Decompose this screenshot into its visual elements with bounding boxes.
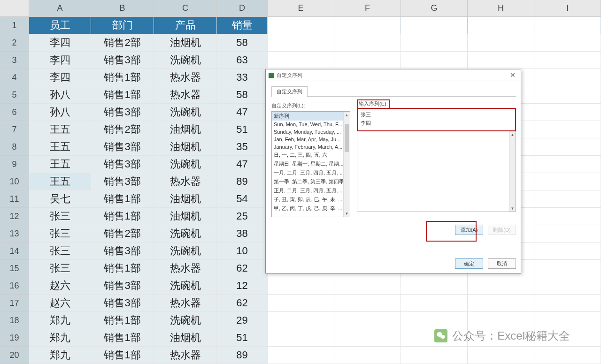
list-item[interactable]: 新序列 (272, 112, 343, 121)
col-header-H[interactable]: H (468, 0, 534, 17)
cell[interactable]: 热水器 (154, 86, 217, 104)
cell[interactable]: 李四 (29, 34, 91, 52)
cell[interactable]: 10 (217, 243, 268, 260)
dialog-titlebar[interactable]: 自定义序列 ✕ (266, 69, 521, 81)
cell[interactable]: 62 (217, 295, 268, 312)
cell[interactable]: 油烟机 (154, 190, 217, 208)
cell-empty[interactable] (334, 34, 401, 52)
ok-button[interactable]: 确定 (455, 258, 483, 269)
cell[interactable]: 销售3部 (91, 138, 154, 156)
scroll-down-icon[interactable]: ▼ (344, 210, 350, 217)
cell[interactable]: 洗碗机 (154, 225, 217, 243)
row-header[interactable]: 6 (0, 104, 29, 121)
row-header[interactable]: 2 (0, 34, 29, 52)
cell-empty[interactable] (534, 243, 601, 260)
cell[interactable]: 销售1部 (91, 312, 154, 329)
row-header[interactable]: 11 (0, 190, 29, 208)
cell-empty[interactable] (534, 138, 601, 156)
cell[interactable]: 郑九 (29, 329, 91, 347)
cell-empty[interactable] (534, 190, 601, 208)
col-header-C[interactable]: C (154, 0, 217, 17)
cell[interactable]: 洗碗机 (154, 277, 217, 295)
cell-empty[interactable] (534, 312, 601, 329)
cell[interactable]: 张三 (29, 260, 91, 277)
cell[interactable]: 王五 (29, 138, 91, 156)
cell[interactable]: 热水器 (154, 295, 217, 312)
cell[interactable]: 51 (217, 121, 268, 138)
col-header-I[interactable]: I (534, 0, 601, 17)
list-item[interactable]: 甲, 乙, 丙, 丁, 戊, 己, 庚, 辛, ... (272, 204, 343, 213)
cell[interactable]: 销售1部 (91, 329, 154, 347)
list-item[interactable]: 星期日, 星期一, 星期二, 星期... (272, 159, 343, 168)
row-header[interactable]: 18 (0, 312, 29, 329)
cell[interactable]: 25 (217, 208, 268, 225)
cell[interactable]: 热水器 (154, 173, 217, 190)
cell[interactable]: 33 (217, 69, 268, 86)
cell-empty[interactable] (401, 34, 468, 52)
cell[interactable]: 58 (217, 34, 268, 52)
cell-empty[interactable] (468, 295, 534, 312)
close-icon[interactable]: ✕ (508, 71, 518, 79)
cell-empty[interactable] (534, 260, 601, 277)
cell[interactable]: 热水器 (154, 347, 217, 364)
cell[interactable]: 王五 (29, 156, 91, 173)
cell[interactable]: 62 (217, 260, 268, 277)
scroll-down-icon[interactable]: ▼ (509, 205, 516, 212)
list-item[interactable]: 正月, 二月, 三月, 四月, 五月, ... (272, 186, 343, 195)
cell-empty[interactable] (534, 104, 601, 121)
cell[interactable]: 销售2部 (91, 121, 154, 138)
cell[interactable]: 孙八 (29, 104, 91, 121)
cell-empty[interactable] (401, 52, 468, 69)
cell-empty[interactable] (468, 312, 534, 329)
cell[interactable]: 李四 (29, 69, 91, 86)
cell[interactable]: 47 (217, 156, 268, 173)
row-header[interactable]: 19 (0, 329, 29, 347)
cell-empty[interactable] (534, 52, 601, 69)
cell[interactable]: 部门 (91, 17, 154, 34)
col-header-A[interactable]: A (29, 0, 91, 17)
cell-empty[interactable] (401, 17, 468, 34)
cell-empty[interactable] (534, 17, 601, 34)
list-item[interactable]: January, February, March, A... (272, 143, 343, 151)
cell[interactable]: 销售1部 (91, 260, 154, 277)
list-item[interactable]: 一月, 二月, 三月, 四月, 五月, ... (272, 168, 343, 177)
cell[interactable]: 张三 (29, 208, 91, 225)
cell[interactable]: 张三 (29, 243, 91, 260)
cell[interactable]: 油烟机 (154, 138, 217, 156)
cell-empty[interactable] (334, 295, 401, 312)
col-header-F[interactable]: F (334, 0, 401, 17)
cell-empty[interactable] (334, 277, 401, 295)
cell[interactable]: 销售1部 (91, 190, 154, 208)
cell[interactable]: 吴七 (29, 190, 91, 208)
row-header[interactable]: 7 (0, 121, 29, 138)
cell[interactable]: 洗碗机 (154, 104, 217, 121)
cancel-button[interactable]: 取消 (488, 258, 516, 269)
entry-textarea[interactable]: 张三 李四 (357, 108, 516, 131)
cell[interactable]: 销售3部 (91, 277, 154, 295)
cell-empty[interactable] (534, 277, 601, 295)
cell[interactable]: 洗碗机 (154, 52, 217, 69)
cell[interactable]: 47 (217, 104, 268, 121)
cell[interactable]: 热水器 (154, 260, 217, 277)
cell-empty[interactable] (268, 312, 334, 329)
col-header-D[interactable]: D (217, 0, 268, 17)
cell[interactable]: 54 (217, 190, 268, 208)
cell[interactable]: 销售3部 (91, 156, 154, 173)
listbox-scrollbar[interactable]: ▲ ▼ (343, 112, 350, 217)
list-item[interactable]: 日, 一, 二, 三, 四, 五, 六 (272, 151, 343, 159)
row-header[interactable]: 13 (0, 225, 29, 243)
cell-empty[interactable] (534, 225, 601, 243)
row-header[interactable]: 15 (0, 260, 29, 277)
row-header[interactable]: 16 (0, 277, 29, 295)
cell-empty[interactable] (268, 17, 334, 34)
cell[interactable]: 洗碗机 (154, 156, 217, 173)
cell-empty[interactable] (468, 277, 534, 295)
cell-empty[interactable] (268, 295, 334, 312)
cell-empty[interactable] (401, 347, 468, 364)
cell[interactable]: 29 (217, 312, 268, 329)
entry-area-lower[interactable]: ▲ ▼ (357, 131, 516, 212)
cell[interactable]: 赵六 (29, 277, 91, 295)
col-header-E[interactable]: E (268, 0, 334, 17)
list-item[interactable]: 子, 丑, 寅, 卯, 辰, 巳, 午, 未, ... (272, 195, 343, 204)
cell[interactable]: 洗碗机 (154, 243, 217, 260)
